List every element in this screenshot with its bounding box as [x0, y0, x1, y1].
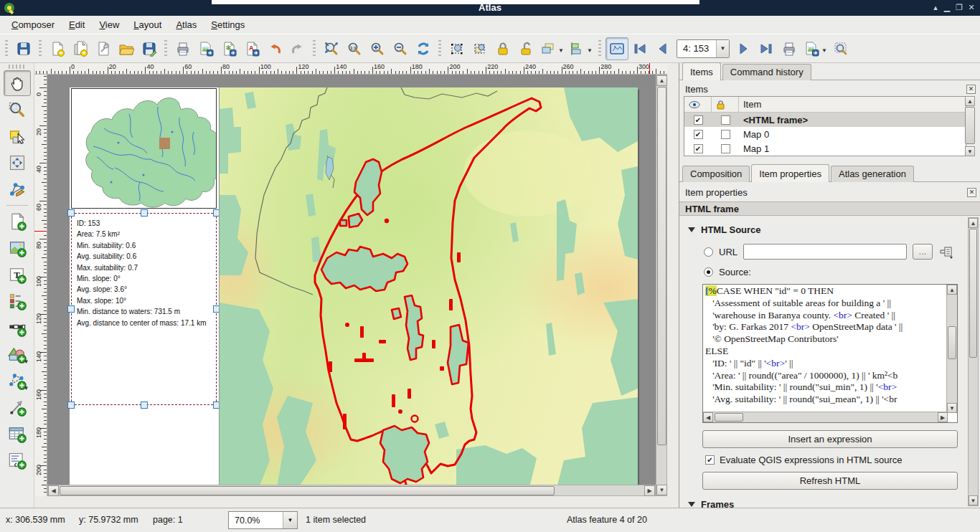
move-item-content-tool[interactable]	[4, 150, 31, 176]
url-radio[interactable]	[704, 247, 713, 257]
scroll-thumb[interactable]	[965, 107, 975, 144]
add-label-tool[interactable]: T	[4, 262, 31, 288]
items-table-scrollbar[interactable]: ▲ ▼	[965, 96, 976, 156]
close-items-panel-button[interactable]: ✕	[966, 85, 976, 94]
overview-map-item[interactable]	[71, 88, 217, 209]
scroll-up-arrow[interactable]: ▲	[965, 96, 975, 106]
tab-composition[interactable]: Composition	[682, 166, 750, 182]
menu-layout[interactable]: Layout	[126, 16, 169, 33]
select-move-item-tool[interactable]	[4, 123, 31, 149]
main-map-item[interactable]	[219, 87, 637, 488]
html-frame-item[interactable]: ID: 153Area: 7.5 km²Min. suitability: 0.…	[71, 213, 217, 405]
scroll-right-arrow[interactable]: ▶	[938, 412, 948, 422]
tab-atlas-generation[interactable]: Atlas generation	[831, 166, 914, 182]
scroll-right-arrow[interactable]: ▶	[644, 485, 655, 496]
editor-horizontal-scrollbar[interactable]: ◀ ▶	[703, 412, 948, 422]
scroll-down-arrow[interactable]: ▼	[656, 485, 667, 495]
source-radio[interactable]	[704, 267, 713, 277]
selection-handle[interactable]	[141, 402, 148, 409]
refresh-html-button[interactable]: Refresh HTML	[702, 472, 958, 490]
minimize-window-button[interactable]: ▁	[941, 2, 953, 14]
composition-manager-button[interactable]	[92, 37, 115, 60]
print-button[interactable]	[171, 37, 194, 60]
scroll-thumb[interactable]	[60, 486, 555, 495]
editor-vertical-scrollbar[interactable]: ▲ ▼	[946, 285, 957, 413]
menu-atlas[interactable]: Atlas	[169, 16, 204, 33]
export-image-button[interactable]	[194, 37, 217, 60]
pan-tool[interactable]	[4, 70, 31, 96]
selection-handle[interactable]	[141, 209, 148, 217]
properties-scrollbar[interactable]: ▲ ▼	[968, 217, 979, 506]
visibility-checkbox[interactable]: ✔	[694, 115, 703, 125]
scroll-down-arrow[interactable]: ▼	[947, 403, 957, 413]
visibility-checkbox[interactable]: ✔	[694, 130, 703, 139]
selection-handle[interactable]	[67, 305, 75, 313]
duplicate-composition-button[interactable]	[69, 37, 92, 60]
menu-view[interactable]: View	[92, 16, 126, 33]
atlas-settings-button[interactable]	[829, 37, 852, 60]
items-table-row[interactable]: ✔<HTML frame>	[684, 113, 966, 127]
close-window-button[interactable]: ✕	[966, 2, 977, 14]
html-source-code[interactable]: [%CASE WHEN "id" = 0 THEN 'Assessment of…	[703, 285, 946, 412]
export-pdf-button[interactable]: A	[240, 37, 263, 60]
refresh-view-button[interactable]	[412, 37, 435, 60]
save-as-template-button[interactable]	[138, 37, 161, 60]
export-atlas-button[interactable]: ▼	[801, 37, 829, 60]
lock-items-button[interactable]	[491, 37, 514, 60]
export-svg-button[interactable]	[217, 37, 240, 60]
items-table-row[interactable]: ✔Map 1	[684, 141, 966, 156]
visibility-checkbox[interactable]: ✔	[694, 144, 703, 153]
zoom-full-button[interactable]	[320, 37, 343, 60]
chevron-down-icon[interactable]: ▼	[716, 40, 729, 57]
zoom-out-button[interactable]	[389, 37, 412, 60]
atlas-preview-button[interactable]	[606, 37, 628, 60]
save-button[interactable]	[12, 37, 35, 60]
atlas-prev-button[interactable]	[651, 37, 674, 60]
menu-settings[interactable]: Settings	[204, 16, 252, 33]
open-button[interactable]	[115, 37, 138, 60]
zoom-1-1-button[interactable]: 1:1	[343, 37, 366, 60]
atlas-first-button[interactable]	[628, 37, 651, 60]
lock-checkbox[interactable]	[721, 144, 730, 153]
html-source-group[interactable]: HTML Source	[688, 224, 761, 235]
atlas-feature-combobox[interactable]: 4: 153▼	[677, 39, 730, 58]
scroll-up-arrow[interactable]: ▲	[656, 75, 667, 86]
composition-canvas[interactable]: ID: 153Area: 7.5 km²Min. suitability: 0.…	[47, 75, 667, 496]
scroll-down-arrow[interactable]: ▼	[965, 146, 975, 156]
add-attribute-table-tool[interactable]	[4, 421, 31, 447]
add-legend-tool[interactable]	[4, 288, 31, 314]
add-arrow-tool[interactable]	[4, 394, 31, 420]
canvas-vertical-scrollbar[interactable]: ▲ ▼	[656, 75, 667, 496]
scroll-down-arrow[interactable]: ▼	[969, 495, 978, 505]
chevron-down-icon[interactable]: ▼	[283, 512, 297, 528]
scroll-thumb[interactable]	[715, 413, 743, 422]
url-input[interactable]	[743, 244, 907, 260]
lock-checkbox[interactable]	[721, 130, 730, 139]
unlock-items-button[interactable]	[514, 37, 537, 60]
add-nodes-shape-tool[interactable]: ▼	[4, 368, 31, 394]
shade-window-button[interactable]: ▴	[930, 2, 941, 14]
menu-composer[interactable]: Composer	[4, 16, 62, 33]
menu-edit[interactable]: Edit	[62, 16, 92, 33]
edit-nodes-item-tool[interactable]	[4, 176, 31, 202]
redo-button[interactable]	[286, 37, 309, 60]
evaluate-expressions-checkbox[interactable]: ✔	[705, 455, 715, 465]
scroll-left-arrow[interactable]: ◀	[48, 485, 59, 496]
atlas-last-button[interactable]	[755, 37, 778, 60]
add-shape-tool[interactable]: ▼	[4, 341, 31, 367]
tab-items[interactable]: Items	[682, 62, 721, 80]
atlas-next-button[interactable]	[732, 37, 755, 60]
scroll-left-arrow[interactable]: ◀	[703, 412, 713, 422]
zoom-tool-tool[interactable]	[4, 97, 31, 123]
print-atlas-button[interactable]	[778, 37, 801, 60]
new-composition-button[interactable]	[46, 37, 69, 60]
items-table-row[interactable]: ✔Map 0	[684, 127, 966, 141]
add-image-tool[interactable]	[4, 235, 31, 261]
selection-handle[interactable]	[67, 209, 75, 217]
zoom-in-button[interactable]	[366, 37, 389, 60]
scroll-up-arrow[interactable]: ▲	[947, 285, 957, 295]
scroll-thumb[interactable]	[948, 326, 956, 359]
lock-checkbox[interactable]	[721, 115, 730, 125]
tab-command-history[interactable]: Command history	[722, 64, 811, 80]
tab-item-properties[interactable]: Item properties	[751, 164, 829, 182]
